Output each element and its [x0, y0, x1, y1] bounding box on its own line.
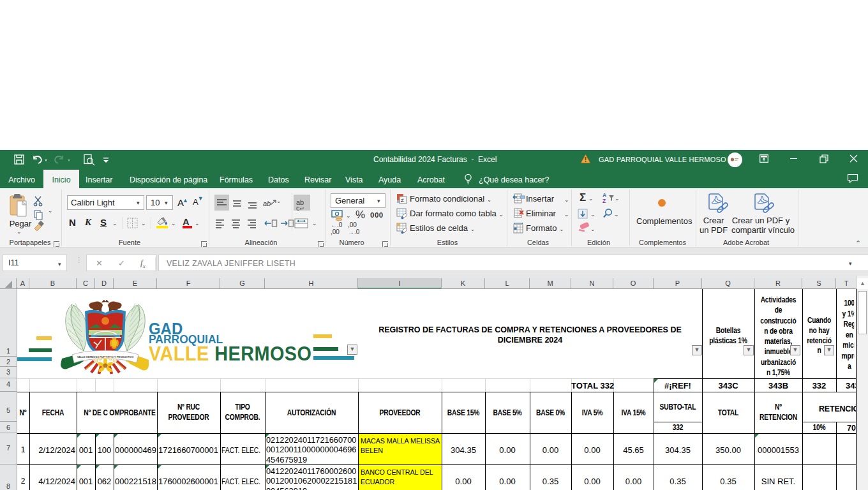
- svg-text:Z: Z: [602, 198, 606, 204]
- svg-text:≠: ≠: [401, 197, 404, 204]
- svg-text:ab: ab: [263, 200, 271, 207]
- svg-text:c↵: c↵: [296, 204, 304, 212]
